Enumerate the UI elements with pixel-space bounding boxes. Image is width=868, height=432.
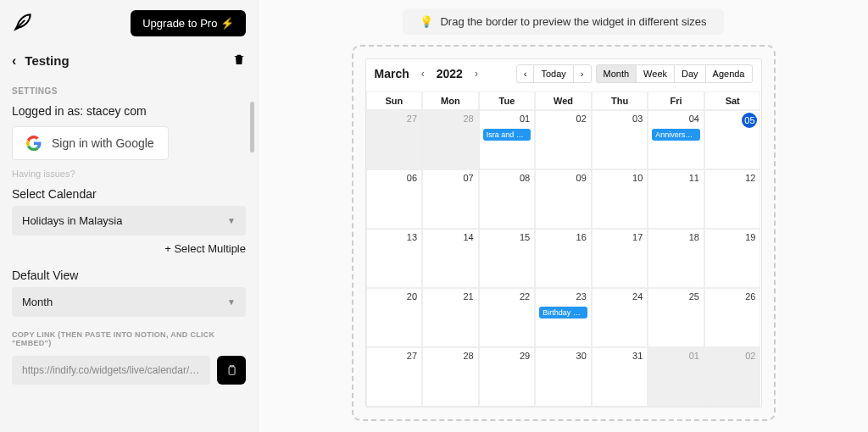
calendar-cell[interactable]: 21 <box>422 288 479 347</box>
calendar-cell[interactable]: 11 <box>648 169 704 229</box>
logged-in-label: Logged in as: stacey com <box>12 104 246 118</box>
calendar-day-header: Sun <box>366 91 423 110</box>
next-month-button[interactable]: › <box>471 68 481 80</box>
calendar-grid: SunMonTueWedThuFriSat272801Isra and Mi'…… <box>366 91 761 407</box>
day-number: 09 <box>576 173 587 183</box>
event-chip[interactable]: Anniversar… <box>652 129 700 141</box>
calendar-year: 2022 <box>437 67 463 80</box>
calendar-cell[interactable]: 01 <box>648 347 704 407</box>
calendar-cell[interactable]: 27 <box>366 347 423 407</box>
embed-url-field[interactable]: https://indify.co/widgets/live/calendar/… <box>12 356 210 385</box>
calendar-cell[interactable]: 31 <box>592 347 648 407</box>
calendar-day-header: Sat <box>704 91 761 110</box>
chevron-down-icon: ▼ <box>227 297 236 307</box>
calendar-day-header: Fri <box>648 91 704 110</box>
day-number: 26 <box>745 291 755 302</box>
calendar-cell[interactable]: 13 <box>366 229 423 288</box>
day-number: 15 <box>520 232 530 242</box>
calendar-cell[interactable]: 03 <box>592 110 648 169</box>
day-number: 23 <box>576 291 587 302</box>
clipboard-icon <box>225 363 237 377</box>
calendar-cell[interactable]: 26 <box>704 288 761 347</box>
calendar-cell[interactable]: 12 <box>704 169 761 229</box>
calendar-cell[interactable]: 15 <box>479 229 536 288</box>
day-number: 22 <box>520 291 530 302</box>
calendar-cell[interactable]: 08 <box>479 169 536 229</box>
calendar-cell[interactable]: 29 <box>479 347 536 407</box>
day-number: 18 <box>689 232 699 242</box>
calendar-cell[interactable]: 30 <box>535 347 592 407</box>
select-calendar-dropdown[interactable]: Holidays in Malaysia ▼ <box>12 206 246 235</box>
day-number: 06 <box>407 173 417 183</box>
select-calendar-label: Select Calendar <box>12 187 246 201</box>
calendar-cell[interactable]: 25 <box>648 288 704 347</box>
select-multiple-link[interactable]: + Select Multiple <box>12 242 246 255</box>
calendar-cell[interactable]: 01Isra and Mi'… <box>479 110 536 169</box>
next-arrow-button[interactable]: › <box>573 64 592 83</box>
default-view-label: Default View <box>12 269 246 282</box>
event-chip[interactable]: Birthday of … <box>539 307 587 318</box>
view-agenda-button[interactable]: Agenda <box>705 64 753 83</box>
calendar-cell[interactable]: 14 <box>422 229 479 288</box>
calendar-cell[interactable]: 02 <box>704 347 761 407</box>
prev-arrow-button[interactable]: ‹ <box>516 64 535 83</box>
sign-in-with-google-button[interactable]: Sign in with Google <box>12 126 169 160</box>
calendar-cell[interactable]: 06 <box>366 169 423 229</box>
calendar-cell[interactable]: 07 <box>422 169 479 229</box>
calendar-cell[interactable]: 02 <box>535 110 592 169</box>
widget-resize-frame[interactable]: March ‹ 2022 › ‹ Today › Month We <box>352 45 776 421</box>
prev-month-button[interactable]: ‹ <box>418 68 428 80</box>
view-week-button[interactable]: Week <box>636 64 675 83</box>
day-number: 02 <box>745 351 755 361</box>
day-number: 02 <box>576 114 587 124</box>
view-month-button[interactable]: Month <box>596 64 637 83</box>
calendar-cell[interactable]: 28 <box>422 347 479 407</box>
day-number: 01 <box>689 351 699 361</box>
back-chevron-icon[interactable]: ‹ <box>12 53 16 69</box>
day-number: 01 <box>520 114 530 124</box>
calendar-cell[interactable]: 17 <box>592 229 648 288</box>
copy-button[interactable] <box>217 356 246 385</box>
day-number: 24 <box>632 291 643 302</box>
calendar-cell[interactable]: 16 <box>535 229 592 288</box>
calendar-day-header: Mon <box>422 91 479 110</box>
calendar-cell[interactable]: 18 <box>648 229 704 288</box>
day-number: 25 <box>689 291 699 302</box>
event-chip[interactable]: Isra and Mi'… <box>483 129 531 141</box>
calendar-day-header: Tue <box>479 91 536 110</box>
day-number: 20 <box>407 291 417 302</box>
view-day-button[interactable]: Day <box>674 64 706 83</box>
calendar-cell[interactable]: 10 <box>592 169 648 229</box>
calendar-cell[interactable]: 28 <box>422 110 479 169</box>
upgrade-to-pro-button[interactable]: Upgrade to Pro ⚡ <box>131 10 246 36</box>
day-number: 14 <box>463 232 473 242</box>
trash-icon[interactable] <box>232 52 246 69</box>
calendar-cell[interactable]: 05 <box>704 110 761 169</box>
calendar-day-header: Thu <box>592 91 648 110</box>
day-number: 21 <box>463 291 473 302</box>
today-button[interactable]: Today <box>533 64 573 83</box>
day-number: 30 <box>576 351 587 361</box>
chevron-down-icon: ▼ <box>227 216 236 225</box>
copy-link-label: COPY LINK (THEN PASTE INTO NOTION, AND C… <box>12 330 246 347</box>
default-view-dropdown[interactable]: Month ▼ <box>12 287 246 317</box>
day-number: 27 <box>407 114 417 124</box>
having-issues-link[interactable]: Having issues? <box>12 169 246 179</box>
sidebar: Upgrade to Pro ⚡ ‹ Testing SETTINGS Logg… <box>0 0 259 432</box>
calendar-cell[interactable]: 20 <box>366 288 423 347</box>
main-area: 💡 Drag the border to preview the widget … <box>259 0 868 432</box>
lightbulb-icon: 💡 <box>420 15 433 28</box>
calendar-cell[interactable]: 23Birthday of … <box>535 288 592 347</box>
calendar-cell[interactable]: 27 <box>366 110 423 169</box>
calendar-cell[interactable]: 19 <box>704 229 761 288</box>
calendar-cell[interactable]: 24 <box>592 288 648 347</box>
scrollbar[interactable] <box>250 102 254 152</box>
calendar-cell[interactable]: 04Anniversar… <box>648 110 704 169</box>
calendar-cell[interactable]: 22 <box>479 288 536 347</box>
google-logo-icon <box>26 136 42 151</box>
day-number: 19 <box>745 232 755 242</box>
calendar-cell[interactable]: 09 <box>535 169 592 229</box>
day-number: 10 <box>632 173 643 183</box>
page-title: Testing <box>25 53 69 68</box>
day-number: 11 <box>689 173 699 183</box>
